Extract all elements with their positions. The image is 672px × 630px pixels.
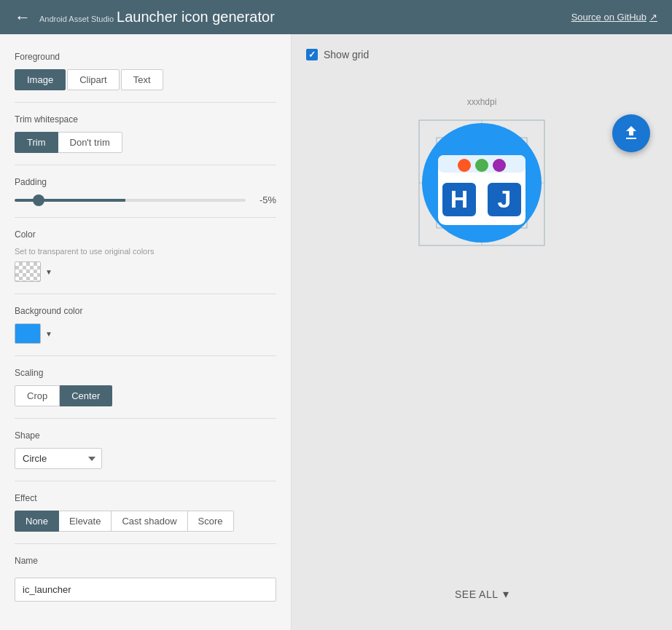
- trim-button[interactable]: Trim: [15, 132, 58, 153]
- download-icon: [622, 125, 640, 142]
- crop-button[interactable]: Crop: [15, 385, 60, 406]
- dont-trim-button[interactable]: Don't trim: [58, 132, 122, 153]
- bg-color-swatch[interactable]: [15, 323, 41, 344]
- trim-toggle-group: Trim Don't trim: [15, 132, 276, 153]
- header-subtitle: Android Asset Studio: [39, 15, 114, 23]
- header-title-group: Android Asset Studio Launcher icon gener…: [39, 9, 275, 25]
- preview-area: Show grid xxxhdpi: [292, 34, 672, 630]
- tab-text[interactable]: Text: [121, 69, 163, 90]
- color-swatch-container: ▼: [15, 261, 276, 282]
- shape-label: Shape: [15, 430, 276, 441]
- color-hint: Set to transparent to use original color…: [15, 247, 276, 256]
- color-swatch[interactable]: [15, 261, 41, 282]
- background-color-label: Background color: [15, 306, 276, 316]
- name-label: Name: [15, 556, 276, 566]
- svg-text:H: H: [450, 185, 469, 213]
- header-left: ← Android Asset Studio Launcher icon gen…: [15, 9, 275, 25]
- effect-group: None Elevate Cast shadow Score: [15, 511, 276, 532]
- sidebar: Foreground Image Clipart Text Trim white…: [0, 34, 292, 630]
- padding-slider[interactable]: [15, 199, 246, 202]
- show-grid-checkbox[interactable]: [306, 49, 318, 60]
- divider-4: [15, 294, 276, 294]
- name-input[interactable]: [15, 578, 276, 602]
- see-all-chevron-icon: ▾: [503, 587, 509, 601]
- svg-point-10: [458, 159, 471, 172]
- divider-8: [15, 543, 276, 544]
- trim-whitespace-label: Trim whitespace: [15, 114, 276, 125]
- preview-label: xxxhdpi: [467, 97, 497, 107]
- divider-7: [15, 481, 276, 481]
- see-all-label: SEE ALL: [455, 588, 499, 600]
- scaling-toggle-group: Crop Center: [15, 385, 276, 406]
- scaling-label: Scaling: [15, 368, 276, 378]
- foreground-label: Foreground: [15, 52, 276, 62]
- color-label: Color: [15, 229, 276, 240]
- divider-2: [15, 165, 276, 165]
- padding-value: -5%: [254, 194, 276, 205]
- svg-point-11: [475, 159, 488, 172]
- bg-color-dropdown-icon[interactable]: ▼: [45, 330, 52, 338]
- effect-elevate-button[interactable]: Elevate: [59, 511, 112, 532]
- divider-3: [15, 217, 276, 218]
- header: ← Android Asset Studio Launcher icon gen…: [0, 0, 672, 34]
- svg-text:J: J: [498, 185, 512, 213]
- external-link-icon: ↗: [649, 12, 657, 23]
- see-all-row[interactable]: SEE ALL ▾: [455, 587, 509, 601]
- icon-canvas-wrapper: H J: [412, 113, 552, 253]
- icon-preview: H J: [422, 123, 542, 243]
- preview-icon-container: xxxhdpi: [412, 97, 552, 253]
- download-fab[interactable]: [612, 114, 650, 152]
- bg-color-swatch-container: ▼: [15, 323, 276, 344]
- show-grid-label: Show grid: [324, 49, 369, 60]
- padding-label: Padding: [15, 177, 276, 187]
- effect-label: Effect: [15, 493, 276, 503]
- divider-5: [15, 355, 276, 356]
- show-grid-row: Show grid: [306, 49, 369, 60]
- tab-clipart[interactable]: Clipart: [67, 69, 120, 90]
- padding-slider-container: -5%: [15, 194, 276, 205]
- github-link[interactable]: Source on GitHub ↗: [571, 12, 657, 23]
- header-title: Launcher icon generator: [117, 9, 275, 25]
- divider-6: [15, 418, 276, 419]
- shape-select[interactable]: Circle Square Squircle None: [15, 448, 102, 469]
- effect-cast-shadow-button[interactable]: Cast shadow: [112, 511, 187, 532]
- back-button[interactable]: ←: [15, 9, 31, 25]
- effect-score-button[interactable]: Score: [188, 511, 234, 532]
- color-dropdown-icon[interactable]: ▼: [45, 268, 52, 276]
- effect-none-button[interactable]: None: [15, 511, 59, 532]
- divider-1: [15, 102, 276, 103]
- foreground-tab-group: Image Clipart Text: [15, 69, 276, 90]
- calendar-icon-svg: H J: [422, 123, 542, 243]
- tab-image[interactable]: Image: [15, 69, 66, 90]
- svg-point-12: [493, 159, 506, 172]
- center-button[interactable]: Center: [60, 385, 112, 406]
- main-container: Foreground Image Clipart Text Trim white…: [0, 34, 672, 630]
